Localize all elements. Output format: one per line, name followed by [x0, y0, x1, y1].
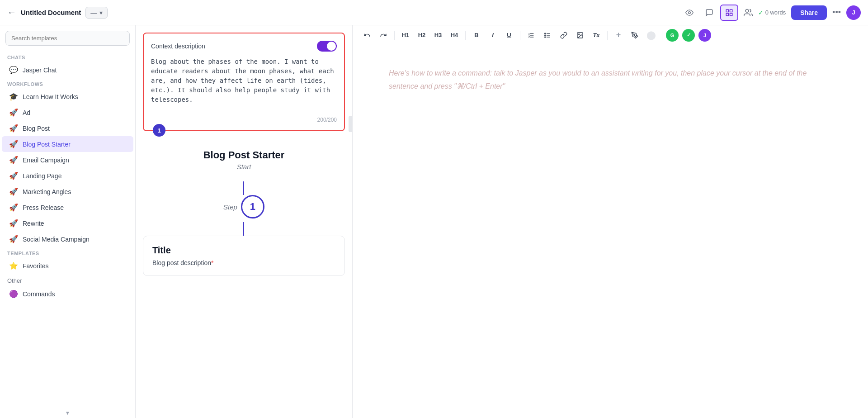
- link-icon: [560, 32, 567, 39]
- sidebar-item-landing-page[interactable]: 🚀 Landing Page: [2, 168, 133, 184]
- workflow-content: Blog Post Starter Start Step 1 Title Blo…: [136, 138, 352, 287]
- italic-label: I: [492, 32, 494, 38]
- format-bar: H1 H2 H3 H4 B I U Tx +: [353, 25, 868, 45]
- eye-icon: [685, 9, 693, 17]
- svg-point-13: [545, 35, 546, 36]
- main-layout: CHATS 💬 Jasper Chat WORKFLOWS 🎓 Learn Ho…: [0, 25, 868, 418]
- svg-point-0: [688, 11, 690, 14]
- image-button[interactable]: [573, 28, 587, 43]
- circle-button[interactable]: ⬤: [644, 28, 658, 43]
- h4-button[interactable]: H4: [447, 28, 462, 43]
- context-toggle[interactable]: [317, 41, 337, 52]
- sidebar-item-blog-post[interactable]: 🚀 Blog Post: [2, 120, 133, 136]
- sidebar-item-label: Jasper Chat: [23, 66, 57, 74]
- dash-button[interactable]: — ▾: [85, 7, 108, 19]
- eye-button[interactable]: [680, 5, 698, 21]
- bullet-list-icon: [544, 32, 551, 39]
- back-button[interactable]: ←: [7, 7, 16, 18]
- h3-button[interactable]: H3: [431, 28, 445, 43]
- h1-label: H1: [402, 32, 410, 38]
- plus-button[interactable]: +: [611, 28, 626, 43]
- bold-button[interactable]: B: [469, 28, 484, 43]
- share-button[interactable]: Share: [791, 5, 827, 20]
- sidebar-item-commands[interactable]: 🟣 Commands: [2, 286, 133, 302]
- h1-button[interactable]: H1: [398, 28, 413, 43]
- title-card: Title Blog post description*: [143, 236, 345, 276]
- chat-button[interactable]: [700, 5, 718, 21]
- sidebar-item-label: Marketing Angles: [23, 188, 71, 195]
- learn-icon: 🎓: [9, 92, 18, 101]
- context-textarea[interactable]: Blog about the phases of the moon. I wan…: [151, 57, 337, 111]
- social-icon: 🚀: [9, 235, 18, 243]
- sidebar-item-social-media[interactable]: 🚀 Social Media Campaign: [2, 231, 133, 247]
- sidebar-item-ad[interactable]: 🚀 Ad: [2, 104, 133, 120]
- step-line-top: [243, 181, 244, 195]
- email-icon: 🚀: [9, 156, 18, 164]
- rewrite-icon: 🚀: [9, 219, 18, 228]
- user-avatar: J: [698, 29, 711, 42]
- italic-button[interactable]: I: [486, 28, 500, 43]
- step-circle: 1: [241, 195, 264, 218]
- landing-icon: 🚀: [9, 171, 18, 180]
- chat-icon: 💬: [9, 66, 18, 74]
- sidebar-item-jasper-chat[interactable]: 💬 Jasper Chat: [2, 62, 133, 78]
- svg-rect-4: [726, 13, 728, 15]
- scroll-down-icon: ▼: [65, 410, 71, 416]
- step-line-bottom: [243, 222, 244, 236]
- top-bar-left: ← Untitled Document — ▾: [7, 7, 675, 19]
- context-header: Context description: [151, 41, 337, 52]
- ad-icon: 🚀: [9, 108, 18, 117]
- editor-panel[interactable]: Here's how to write a command: talk to J…: [353, 45, 868, 418]
- underline-button[interactable]: U: [502, 28, 516, 43]
- sidebar-item-label: Ad: [23, 109, 30, 116]
- bullet-list-button[interactable]: [540, 28, 555, 43]
- layout-button[interactable]: [720, 5, 738, 21]
- sidebar-item-email-campaign[interactable]: 🚀 Email Campaign: [2, 152, 133, 168]
- dash-label: —: [90, 9, 97, 16]
- title-card-field: Blog post description*: [152, 259, 335, 266]
- back-icon: ←: [7, 7, 16, 18]
- sidebar-item-press-release[interactable]: 🚀 Press Release: [2, 200, 133, 215]
- sidebar-item-favorites[interactable]: ⭐ Favorites: [2, 258, 133, 274]
- sidebar-item-label: Social Media Campaign: [23, 236, 90, 243]
- collapse-button[interactable]: 《: [349, 116, 353, 132]
- search-input[interactable]: [5, 31, 130, 46]
- ordered-list-button[interactable]: [524, 28, 538, 43]
- doc-title: Untitled Document: [21, 9, 81, 16]
- undo-button[interactable]: [360, 28, 374, 43]
- h2-label: H2: [418, 32, 426, 38]
- editor-placeholder: Here's how to write a command: talk to J…: [389, 67, 832, 93]
- sidebar-item-rewrite[interactable]: 🚀 Rewrite: [2, 215, 133, 231]
- grammarly-avatar: G: [666, 29, 679, 42]
- commands-icon: 🟣: [9, 290, 18, 298]
- sidebar-item-learn-how[interactable]: 🎓 Learn How It Works: [2, 89, 133, 104]
- workflow-subtitle: Start: [237, 163, 251, 171]
- context-title: Context description: [151, 43, 205, 50]
- undo-icon: [363, 32, 371, 39]
- sidebar-item-label: Commands: [23, 290, 55, 298]
- sidebar-item-blog-post-starter[interactable]: 🚀 Blog Post Starter: [2, 136, 133, 152]
- redo-button[interactable]: [376, 28, 391, 43]
- svg-rect-1: [726, 10, 728, 12]
- brush-button[interactable]: [627, 28, 642, 43]
- toggle-knob: [327, 42, 336, 51]
- layout-icon: [725, 9, 733, 17]
- step-label: Step: [223, 203, 237, 211]
- people-icon: [744, 8, 753, 17]
- sidebar-item-label: Favorites: [23, 262, 49, 270]
- sidebar-item-marketing-angles[interactable]: 🚀 Marketing Angles: [2, 184, 133, 200]
- divider-3: [520, 31, 520, 40]
- more-button[interactable]: •••: [832, 8, 841, 17]
- svg-point-5: [745, 9, 749, 12]
- link-button[interactable]: [557, 28, 571, 43]
- h4-label: H4: [451, 32, 458, 38]
- required-star: *: [211, 259, 213, 266]
- ordered-list-icon: [528, 32, 535, 39]
- image-icon: [576, 32, 584, 39]
- context-box: Context description Blog about the phase…: [143, 33, 345, 131]
- blog-icon: 🚀: [9, 124, 18, 133]
- h2-button[interactable]: H2: [415, 28, 429, 43]
- redo-icon: [380, 32, 387, 39]
- clear-format-button[interactable]: Tx: [589, 28, 604, 43]
- svg-point-17: [634, 34, 635, 36]
